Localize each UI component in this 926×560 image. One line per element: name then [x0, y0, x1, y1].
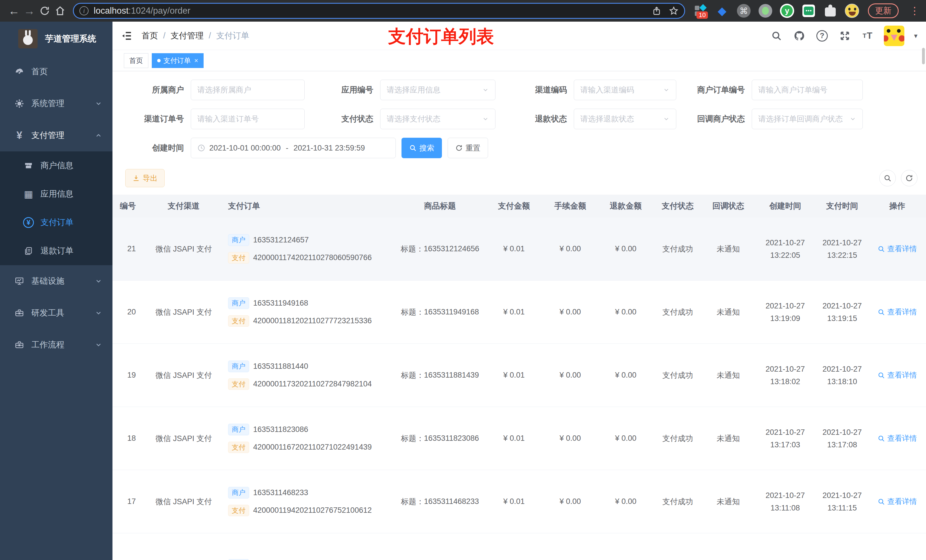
close-tab-icon[interactable]: ×	[194, 57, 198, 65]
monitor-icon	[12, 276, 26, 286]
breadcrumb-home[interactable]: 首页	[142, 30, 158, 42]
breadcrumb-current: 支付订单	[216, 30, 249, 42]
extensions-area: 10 ◆ ⌘ y ••• 更新 ⋮	[693, 3, 920, 18]
sidebar-item-dev-tools[interactable]: 研发工具	[0, 297, 112, 329]
bookmark-star-icon[interactable]	[669, 6, 679, 16]
sidebar-item-infrastructure[interactable]: 基础设施	[0, 265, 112, 297]
chevron-down-icon	[849, 116, 856, 122]
filter-row-2: 渠道订单号 请输入渠道订单号 支付状态 请选择支付状态 退款状态 请选择退款状态…	[112, 109, 926, 129]
pay-status-select[interactable]: 请选择支付状态	[380, 109, 495, 129]
app-title: 芋道管理系统	[45, 33, 96, 45]
channel-order-no: 4200001173202110272847982104	[253, 380, 372, 388]
reload-icon[interactable]	[37, 3, 52, 18]
top-navbar: 首页 / 支付管理 / 支付订单 ? TT ▾	[112, 22, 926, 50]
address-bar[interactable]: i localhost:1024/pay/order	[73, 3, 685, 19]
pay-tag: 支付	[228, 505, 249, 516]
table-toolbar: 导出	[112, 169, 926, 187]
view-detail-link[interactable]: 查看详情	[878, 307, 917, 317]
channel-code-select[interactable]: 请输入渠道编码	[574, 80, 676, 100]
puzzle-extension-icon[interactable]	[823, 3, 838, 18]
view-detail-link[interactable]: 查看详情	[878, 433, 917, 443]
sidebar-item-system[interactable]: 系统管理	[0, 88, 112, 119]
date-range-picker[interactable]: 2021-10-01 00:00:00 - 2021-10-31 23:59:5…	[191, 138, 396, 158]
command-extension-icon[interactable]: ⌘	[736, 3, 751, 18]
chevron-up-icon	[95, 132, 102, 139]
pay-tag: 支付	[228, 442, 249, 453]
search-icon[interactable]	[770, 29, 783, 42]
merchant-order-no: 1635311468233	[253, 488, 308, 497]
collapse-sidebar-icon[interactable]	[121, 30, 132, 42]
orders-table: 编号 支付渠道 支付订单 商品标题 支付金额 手续金额 退款金额 支付状态 回调…	[112, 195, 926, 560]
pay-tag: 支付	[228, 379, 249, 390]
pay-status-label: 支付状态	[305, 113, 380, 124]
refresh-button[interactable]	[901, 170, 917, 186]
recorder-extension-icon[interactable]	[758, 3, 773, 18]
view-detail-link[interactable]: 查看详情	[878, 497, 917, 507]
table-row: 19 微信 JSAPI 支付 商户1635311881440 支付4200001…	[112, 344, 926, 407]
refund-status-select[interactable]: 请选择退款状态	[574, 109, 676, 129]
view-detail-link[interactable]: 查看详情	[878, 244, 917, 254]
channel-order-label: 渠道订单号	[112, 113, 191, 124]
search-button[interactable]: 搜索	[401, 138, 442, 158]
extension-badge-icon[interactable]: 10	[693, 3, 708, 18]
merchant-order-no: 1635311823086	[253, 425, 308, 434]
chevron-down-icon	[482, 86, 489, 93]
back-icon[interactable]: ←	[6, 3, 22, 18]
chevron-down-icon	[95, 341, 102, 349]
avatar[interactable]	[884, 26, 904, 46]
date-end-value: 2021-10-31 23:59:59	[294, 144, 365, 152]
document-icon	[22, 246, 35, 255]
help-icon[interactable]: ?	[816, 29, 829, 42]
sidebar-item-payment[interactable]: ¥ 支付管理	[0, 119, 112, 151]
fullscreen-icon[interactable]	[838, 29, 851, 42]
channel-order-no: 4200001167202110271022491439	[253, 443, 372, 451]
merchant-tag: 商户	[228, 234, 249, 246]
home-icon[interactable]	[52, 3, 68, 18]
github-icon[interactable]	[793, 29, 806, 42]
gem-extension-icon[interactable]: ◆	[715, 3, 729, 18]
browser-update-button[interactable]: 更新	[868, 3, 899, 18]
merchant-order-no: 1635311949168	[253, 299, 308, 308]
reset-button[interactable]: 重置	[448, 138, 488, 158]
view-detail-link[interactable]: 查看详情	[878, 370, 917, 380]
app-logo	[18, 29, 38, 48]
merchant-order-input[interactable]: 请输入商户订单编号	[752, 80, 863, 100]
avatar-caret-icon[interactable]: ▾	[914, 32, 917, 40]
channel-order-no: 4200001181202110277723215336	[253, 316, 372, 325]
refund-status-label: 退款状态	[495, 113, 574, 124]
sidebar-item-pay-order[interactable]: ¥ 支付订单	[0, 208, 112, 237]
pay-tag: 支付	[228, 252, 249, 264]
sidebar-item-merchant-info[interactable]: 商户信息	[0, 151, 112, 180]
app-select[interactable]: 请选择应用信息	[380, 80, 495, 100]
channel-code-label: 渠道编码	[495, 85, 574, 95]
sidebar-item-refund-order[interactable]: 退款订单	[0, 237, 112, 265]
smiley-extension-icon[interactable]	[844, 3, 859, 18]
sidebar-item-app-info[interactable]: ▦ 应用信息	[0, 180, 112, 208]
filter-row-3: 创建时间 2021-10-01 00:00:00 - 2021-10-31 23…	[112, 138, 926, 158]
create-time-label: 创建时间	[112, 143, 191, 153]
forward-icon[interactable]: →	[22, 3, 37, 18]
yuque-extension-icon[interactable]: y	[780, 3, 794, 18]
toolbox-icon	[12, 340, 26, 350]
chevron-down-icon	[95, 278, 102, 285]
callback-status-select[interactable]: 请选择订单回调商户状态	[752, 109, 863, 129]
tab-pay-order[interactable]: 支付订单 ×	[152, 53, 204, 68]
page-content: 所属商户 请选择所属商户 应用编号 请选择应用信息 渠道编码 请输入渠道编码 商…	[112, 71, 926, 560]
app-label: 应用编号	[305, 85, 380, 95]
browser-toolbar: ← → i localhost:1024/pay/order 10 ◆ ⌘ y …	[0, 0, 926, 22]
tab-home[interactable]: 首页	[124, 53, 148, 68]
site-info-icon[interactable]: i	[79, 6, 89, 15]
sidebar-item-workflow[interactable]: 工作流程	[0, 329, 112, 361]
url-text[interactable]: localhost:1024/pay/order	[94, 6, 652, 16]
export-button[interactable]: 导出	[125, 169, 165, 187]
merchant-tag: 商户	[228, 297, 249, 309]
page-scrollbar-thumb[interactable]	[922, 48, 925, 64]
chat-extension-icon[interactable]: •••	[801, 3, 816, 18]
browser-menu-icon[interactable]: ⋮	[909, 5, 920, 17]
sidebar-item-home[interactable]: 首页	[0, 56, 112, 88]
channel-order-input[interactable]: 请输入渠道订单号	[191, 109, 305, 129]
share-icon[interactable]	[652, 6, 661, 16]
merchant-input[interactable]: 请选择所属商户	[191, 80, 305, 100]
font-size-icon[interactable]: TT	[861, 29, 874, 42]
toggle-search-button[interactable]	[879, 170, 896, 186]
